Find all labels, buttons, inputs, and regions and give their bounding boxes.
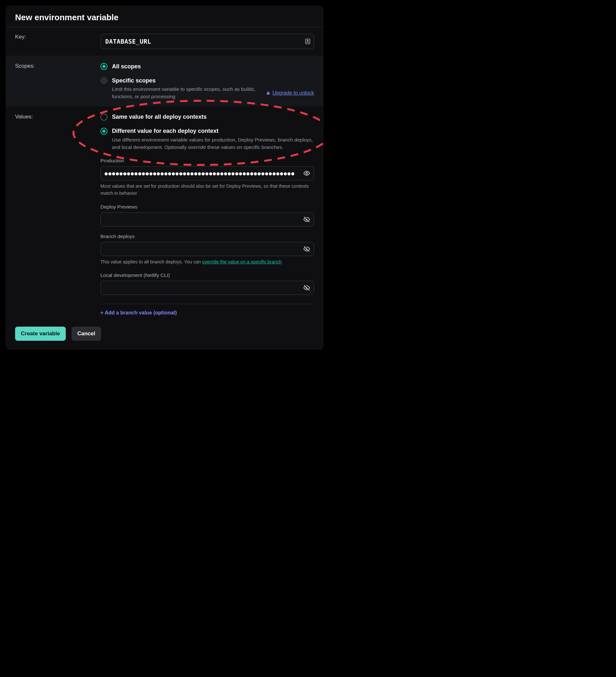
eye-icon[interactable] (303, 170, 310, 177)
values-different-label: Different value for each deploy context (112, 128, 218, 134)
dialog-title: New environment variable (6, 6, 323, 27)
local-dev-input[interactable] (100, 281, 314, 295)
values-same[interactable]: Same value for all deploy contexts (100, 114, 314, 121)
scopes-label: Scopes: (15, 63, 95, 69)
key-label: Key: (15, 34, 95, 49)
values-same-label: Same value for all deploy contexts (112, 114, 207, 120)
local-dev-label: Local development (Netlify CLI) (100, 272, 314, 278)
lock-icon (266, 91, 270, 95)
scope-all-scopes-label: All scopes (112, 63, 141, 70)
branch-deploys-help-prefix: This value applies to all branch deploys… (100, 259, 202, 264)
add-branch-value-button[interactable]: + Add a branch value (optional) (100, 310, 314, 316)
divider (100, 304, 314, 304)
upgrade-to-unlock-link[interactable]: Upgrade to unlock (272, 90, 314, 96)
deploy-previews-label: Deploy Previews (100, 204, 314, 210)
contact-card-icon (304, 38, 311, 45)
radio-unselected-icon (100, 114, 107, 121)
svg-point-3 (306, 172, 308, 174)
values-label: Values: (15, 114, 95, 316)
radio-disabled-icon (100, 77, 107, 84)
env-var-dialog: New environment variable Key: Scopes: (6, 6, 323, 349)
scope-specific-scopes-label: Specific scopes (112, 77, 156, 84)
values-different[interactable]: Different value for each deploy context (100, 128, 314, 135)
branch-deploys-help: This value applies to all branch deploys… (100, 259, 314, 266)
deploy-previews-input[interactable] (100, 213, 314, 227)
production-label: Production (100, 158, 314, 164)
eye-off-icon[interactable] (303, 284, 310, 291)
values-different-desc: Use different environment variable value… (112, 136, 314, 151)
production-help: Most values that are set for production … (100, 183, 314, 197)
scope-specific-scopes-desc: Limit this environment variable to speci… (112, 85, 263, 100)
radio-selected-icon (100, 128, 107, 135)
svg-point-2 (307, 40, 308, 41)
eye-off-icon[interactable] (303, 245, 310, 253)
scope-specific-scopes: Specific scopes (100, 77, 263, 84)
cancel-button[interactable]: Cancel (72, 327, 101, 341)
eye-off-icon[interactable] (303, 216, 310, 223)
radio-selected-icon (100, 63, 107, 70)
branch-deploys-input[interactable] (100, 242, 314, 256)
scope-all-scopes[interactable]: All scopes (100, 63, 314, 70)
production-input[interactable] (100, 166, 314, 180)
branch-deploys-label: Branch deploys (100, 234, 314, 239)
key-input[interactable] (100, 34, 314, 49)
create-variable-button[interactable]: Create variable (15, 327, 66, 341)
override-specific-branch-link[interactable]: override the value on a specific branch (202, 259, 282, 264)
